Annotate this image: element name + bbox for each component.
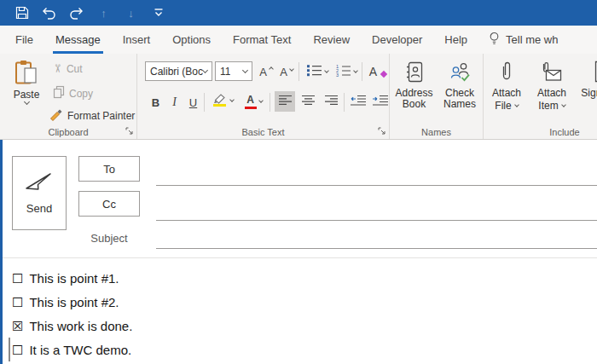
customize-quick-access-toolbar-icon[interactable]	[148, 3, 169, 23]
basic-text-dialog-launcher-icon[interactable]	[376, 125, 386, 136]
divider	[270, 93, 270, 112]
clear-formatting-eraser-icon	[380, 71, 387, 78]
undo-icon[interactable]	[38, 3, 60, 23]
cc-input[interactable]	[156, 220, 597, 221]
svg-text:3: 3	[336, 72, 339, 77]
attach-item-button[interactable]: Attach Item	[530, 61, 574, 112]
subject-label: Subject	[78, 226, 140, 251]
to-label: To	[103, 163, 115, 176]
underline-button[interactable]: U	[185, 92, 201, 113]
grow-font-label: A	[259, 66, 267, 78]
ribbon: Paste ✂ Cut Copy Format Painter Clipboar…	[0, 54, 597, 140]
font-color-icon: A	[245, 94, 257, 110]
align-center-button[interactable]	[298, 91, 318, 112]
address-book-button[interactable]: Address Book	[392, 61, 436, 110]
divider	[298, 62, 299, 81]
clear-formatting-button[interactable]: A	[367, 61, 389, 82]
redo-icon[interactable]	[66, 3, 87, 23]
tab-insert[interactable]: Insert	[112, 26, 162, 54]
subject-input[interactable]	[156, 248, 597, 249]
window-left-border	[0, 140, 3, 364]
italic-button[interactable]: I	[166, 92, 183, 113]
lightbulb-icon	[489, 32, 500, 48]
chevron-down-icon	[289, 66, 294, 72]
scissors-icon: ✂	[51, 64, 64, 73]
to-button[interactable]: To	[78, 156, 140, 182]
send-button[interactable]: Send	[12, 156, 67, 230]
cc-label: Cc	[102, 198, 116, 211]
bullet-list-icon	[306, 64, 322, 79]
check-names-label: Check Names	[438, 88, 482, 110]
chevron-down-icon	[202, 66, 208, 72]
names-group: Address Book Check Names Names	[390, 54, 484, 139]
attach-item-label-2: Item	[538, 101, 558, 112]
checkbox-unchecked-icon[interactable]: ☐	[12, 344, 23, 356]
bold-button[interactable]: B	[148, 92, 164, 113]
align-left-button[interactable]	[275, 91, 295, 112]
tab-help[interactable]: Help	[433, 26, 478, 54]
increase-indent-icon	[372, 95, 389, 108]
decrease-indent-button[interactable]	[347, 91, 368, 112]
checkbox-checked-icon[interactable]: ☒	[12, 320, 23, 332]
clipboard-group-label: Clipboard	[0, 127, 136, 137]
attach-file-label-1: Attach	[492, 88, 521, 99]
paste-button[interactable]: Paste	[7, 60, 46, 104]
divider	[344, 93, 345, 112]
format-painter-button[interactable]: Format Painter	[49, 107, 135, 124]
save-icon[interactable]	[11, 3, 32, 23]
text-highlight-button[interactable]	[209, 90, 237, 111]
checkbox-unchecked-icon[interactable]: ☐	[12, 272, 23, 285]
signature-button[interactable]: Signature	[576, 61, 597, 101]
include-group-label: Include	[484, 127, 597, 137]
tab-file[interactable]: File	[4, 26, 44, 54]
font-size-select[interactable]: 11	[215, 61, 252, 81]
font-name-value: Calibri (Boc	[150, 66, 203, 78]
tell-me-box[interactable]: Tell me wh	[489, 26, 558, 54]
shrink-font-button[interactable]: A	[277, 61, 296, 82]
tab-developer[interactable]: Developer	[361, 26, 433, 54]
chevron-down-icon	[324, 68, 329, 73]
tab-format-text[interactable]: Format Text	[222, 26, 302, 54]
message-body[interactable]: ☐This is point #1.☐This is point #2.☒Thi…	[3, 258, 597, 364]
shrink-font-label: A	[280, 66, 287, 78]
paste-clipboard-icon	[14, 60, 38, 88]
ribbon-tabs: FileMessageInsertOptionsFormat TextRevie…	[4, 26, 478, 54]
format-painter-label: Format Painter	[67, 110, 135, 122]
chevron-down-icon	[242, 66, 248, 72]
tab-message[interactable]: Message	[44, 26, 112, 54]
attach-file-label-2: File	[495, 101, 511, 112]
send-label: Send	[26, 202, 52, 215]
numbered-list-button[interactable]: 123	[333, 61, 359, 82]
cut-button: ✂ Cut	[53, 62, 83, 75]
to-input[interactable]	[156, 185, 597, 186]
clipboard-dialog-launcher-icon[interactable]	[124, 125, 134, 136]
chevron-up-icon	[269, 66, 274, 72]
bullet-list-button[interactable]	[304, 61, 330, 82]
cut-label: Cut	[67, 63, 83, 75]
tab-review[interactable]: Review	[302, 26, 361, 54]
body-checklist-line[interactable]: ☐This is point #1.	[12, 266, 597, 290]
increase-indent-button[interactable]	[369, 91, 391, 112]
font-color-button[interactable]: A	[240, 91, 267, 112]
check-names-button[interactable]: Check Names	[438, 61, 482, 110]
tab-options[interactable]: Options	[161, 26, 222, 54]
body-checklist-line[interactable]: ☐This is point #2.	[12, 290, 597, 314]
chevron-down-icon	[229, 97, 235, 102]
body-checklist-line[interactable]: ☐It is a TWC demo.	[12, 338, 597, 361]
font-name-select[interactable]: Calibri (Boc	[145, 61, 212, 81]
copy-button: Copy	[53, 85, 93, 101]
body-line-text: This is point #2.	[29, 295, 119, 309]
attach-item-icon	[541, 61, 563, 86]
text-caret	[9, 338, 10, 361]
grow-font-button[interactable]: A	[257, 61, 275, 82]
align-right-button[interactable]	[321, 91, 341, 112]
attach-file-button[interactable]: Attach File	[485, 61, 528, 112]
basic-text-group: Calibri (Boc 11 A A	[137, 54, 390, 139]
compose-header: Send To Cc Subject	[0, 140, 597, 258]
body-checklist-line[interactable]: ☒This work is done.	[12, 314, 597, 338]
checkbox-unchecked-icon[interactable]: ☐	[12, 296, 23, 309]
cc-button[interactable]: Cc	[78, 191, 140, 217]
highlighter-icon	[212, 92, 228, 109]
ribbon-tab-bar: FileMessageInsertOptionsFormat TextRevie…	[0, 26, 597, 54]
send-plane-icon	[24, 171, 55, 194]
